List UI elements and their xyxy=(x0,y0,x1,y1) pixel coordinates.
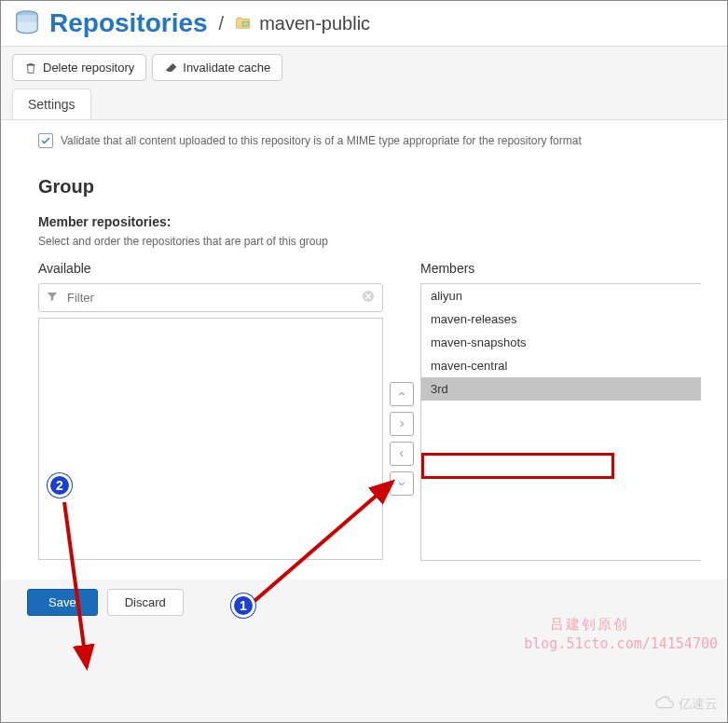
tab-settings[interactable]: Settings xyxy=(12,89,91,119)
available-column: Available xyxy=(38,261,383,561)
discard-button[interactable]: Discard xyxy=(107,589,184,616)
save-button[interactable]: Save xyxy=(27,589,98,616)
filter-input[interactable] xyxy=(38,283,383,312)
available-title: Available xyxy=(38,261,383,276)
folder-icon xyxy=(235,14,254,33)
trash-icon xyxy=(24,61,37,75)
move-down-button[interactable] xyxy=(390,471,414,496)
arrow-column xyxy=(383,261,420,561)
delete-label: Delete repository xyxy=(43,61,134,75)
validate-label: Validate that all content uploaded to th… xyxy=(61,134,582,147)
validate-checkbox[interactable] xyxy=(38,133,53,148)
invalidate-cache-button[interactable]: Invalidate cache xyxy=(152,54,282,81)
filter-icon xyxy=(46,290,59,307)
available-listbox[interactable] xyxy=(38,318,383,560)
toolbar: Delete repository Invalidate cache xyxy=(1,47,727,89)
list-item[interactable]: maven-central xyxy=(421,354,701,377)
member-repos-label: Member repositories: xyxy=(38,214,701,229)
eraser-icon xyxy=(164,61,177,75)
filter-wrapper xyxy=(38,283,383,312)
move-up-button[interactable] xyxy=(390,382,414,406)
list-item[interactable]: aliyun xyxy=(421,284,701,307)
validate-row: Validate that all content uploaded to th… xyxy=(38,133,701,148)
page-title: Repositories xyxy=(49,8,208,38)
group-section-title: Group xyxy=(38,176,701,198)
watermark-url: blog.51cto.com/14154700 xyxy=(524,635,718,652)
members-listbox[interactable]: aliyunmaven-releasesmaven-snapshotsmaven… xyxy=(420,283,701,561)
watermark-logo-text: 亿速云 xyxy=(679,696,718,713)
watermark-author: 吕建钊原创 xyxy=(550,616,629,634)
delete-repository-button[interactable]: Delete repository xyxy=(12,54,146,81)
list-item[interactable]: 3rd xyxy=(421,377,701,401)
breadcrumb-separator: / xyxy=(219,13,225,34)
members-title: Members xyxy=(420,261,701,276)
clear-filter-icon[interactable] xyxy=(361,289,376,307)
group-columns: Available xyxy=(38,261,701,561)
svg-rect-1 xyxy=(242,22,248,27)
watermark-logo: 亿速云 xyxy=(654,694,718,715)
invalidate-label: Invalidate cache xyxy=(183,61,270,75)
members-column: Members aliyunmaven-releasesmaven-snapsh… xyxy=(420,261,701,561)
add-to-members-button[interactable] xyxy=(390,412,414,436)
breadcrumb-repo-name: maven-public xyxy=(259,13,370,34)
content: Validate that all content uploaded to th… xyxy=(1,119,727,580)
list-item[interactable]: maven-snapshots xyxy=(421,331,701,354)
tabs: Settings xyxy=(1,89,727,119)
footer-buttons: Save Discard xyxy=(1,580,727,616)
member-repos-help: Select and order the repositories that a… xyxy=(38,235,701,248)
list-item[interactable]: maven-releases xyxy=(421,307,701,331)
remove-from-members-button[interactable] xyxy=(390,442,414,466)
database-icon xyxy=(12,8,42,38)
header: Repositories / maven-public xyxy=(1,1,727,47)
